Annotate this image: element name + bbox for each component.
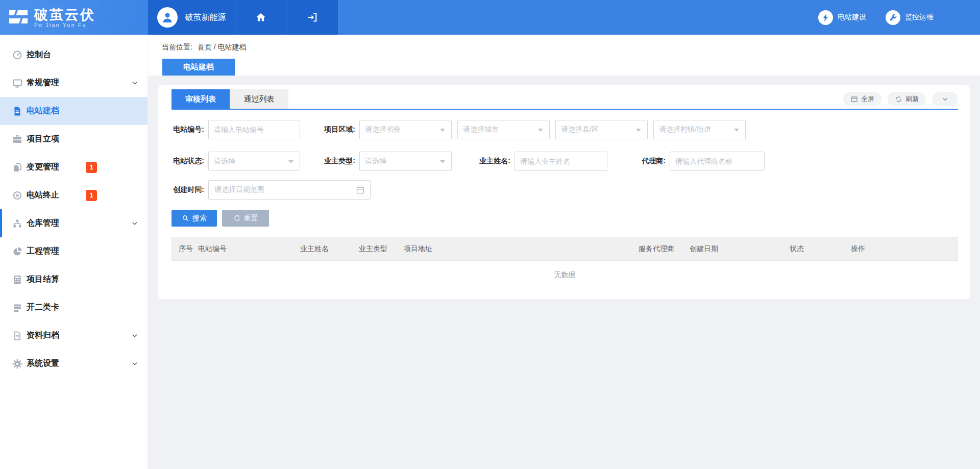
refresh-icon: [895, 95, 902, 103]
company-name: 破茧新能源: [185, 12, 226, 23]
sidebar-item-label: 项目结算: [27, 274, 59, 285]
nav-station-construction[interactable]: 电站建设: [818, 10, 866, 25]
sidebar-item-label: 变更管理: [27, 162, 59, 172]
region-select-province[interactable]: 请选择省份: [359, 120, 452, 139]
agent-label: 代理商:: [634, 157, 670, 166]
region-label: 项目区域:: [322, 125, 359, 134]
tab-passed-list[interactable]: 通过列表: [230, 89, 288, 109]
table-column-header: 业主姓名: [300, 244, 359, 254]
lightning-icon: [821, 13, 830, 22]
tab-review-list[interactable]: 审核列表: [172, 89, 230, 109]
owner-type-select[interactable]: 请选择: [359, 152, 452, 171]
sidebar-item-label: 开二类卡: [27, 302, 59, 313]
sidebar-item-settlement[interactable]: 项目结算: [0, 265, 148, 293]
sidebar-item-warehouse[interactable]: 仓库管理: [0, 209, 148, 237]
breadcrumb: 当前位置: 首页 / 电站建档: [148, 35, 980, 52]
reset-icon: [233, 214, 241, 222]
sidebar-item-label: 项目立项: [27, 134, 59, 144]
sidebar-item-label: 电站建档: [27, 106, 59, 116]
list-tabs: 审核列表通过列表: [172, 89, 958, 110]
chevron-down-icon: [131, 360, 138, 367]
count-badge: 1: [86, 190, 97, 201]
pie-icon: [12, 246, 22, 257]
wrench-icon: [889, 13, 897, 22]
user-menu[interactable]: 破茧新能源: [148, 0, 235, 35]
briefcase-icon: [12, 134, 22, 144]
table-header: 序号电站编号业主姓名业主类型项目地址服务代理商创建日期状态操作: [172, 237, 958, 261]
sidebar-item-change[interactable]: 变更管理 1: [0, 153, 148, 181]
sidebar-item-label: 电站终止: [27, 190, 59, 201]
search-icon: [182, 214, 189, 222]
list-panel: 审核列表通过列表 全屏 刷新: [158, 85, 970, 299]
sidebar-item-station-file[interactable]: 电站建档: [0, 97, 148, 125]
sidebar-item-card[interactable]: 开二类卡: [0, 293, 148, 322]
page-tab-station-file[interactable]: 电站建档: [162, 59, 235, 76]
count-badge: 1: [86, 162, 97, 173]
status-select[interactable]: 请选择: [208, 152, 300, 171]
table-column-header: 状态: [790, 244, 851, 254]
calculator-icon: [12, 275, 22, 285]
date-range-input[interactable]: 请选择日期范围: [208, 180, 371, 200]
region-select-city[interactable]: 请选择城市: [457, 120, 550, 139]
sidebar-item-label: 系统设置: [27, 358, 59, 369]
agent-input[interactable]: [670, 152, 765, 171]
nav-monitoring-ops[interactable]: 监控运维: [886, 10, 934, 25]
target-icon: [12, 190, 22, 201]
refresh-button[interactable]: 刷新: [888, 92, 926, 106]
search-button[interactable]: 搜索: [172, 210, 217, 227]
sidebar-item-label: 控制台: [27, 50, 51, 60]
owner-name-input[interactable]: [514, 152, 607, 171]
owner-name-label: 业主姓名:: [475, 157, 514, 166]
gear-icon: [12, 359, 22, 369]
sidebar-item-project-init[interactable]: 项目立项: [0, 125, 148, 153]
signin-button[interactable]: [286, 0, 338, 35]
sidebar-item-engineering[interactable]: 工程管理: [0, 237, 148, 265]
brand-logo[interactable]: 破茧云伏 Po Jian Yun Fu: [0, 0, 148, 35]
region-select-town[interactable]: 请选择村镇/街道: [653, 120, 746, 139]
breadcrumb-path[interactable]: 首页 / 电站建档: [198, 43, 247, 51]
table-column-header: 操作: [851, 244, 958, 254]
sidebar-item-settings[interactable]: 系统设置: [0, 350, 148, 378]
dashboard-icon: [12, 50, 22, 60]
doc-icon: [12, 331, 22, 341]
sidebar-item-label: 常规管理: [27, 78, 59, 88]
sidebar-item-archive[interactable]: 资料归档: [0, 322, 148, 350]
table-column-header: 创建日期: [690, 244, 790, 254]
empty-state: 无数据: [172, 261, 958, 280]
brand-subtitle: Po Jian Yun Fu: [34, 22, 95, 28]
owner-type-label: 业主类型:: [322, 157, 359, 166]
cards-icon: [12, 303, 22, 313]
user-icon: [161, 11, 174, 24]
pages-icon: [12, 162, 22, 172]
created-label: 创建时间:: [172, 185, 208, 194]
brand-title: 破茧云伏: [34, 7, 95, 22]
sidebar-item-label: 工程管理: [27, 246, 59, 257]
avatar: [157, 7, 178, 28]
collapse-button[interactable]: [932, 92, 958, 106]
file-icon: [12, 106, 22, 116]
chevron-down-icon: [131, 220, 138, 227]
calendar-icon: [356, 185, 365, 194]
chevron-down-icon: [941, 95, 949, 103]
chevron-down-icon: [131, 332, 138, 339]
sidebar-item-terminate[interactable]: 电站终止 1: [0, 181, 148, 209]
sidebar-item-console[interactable]: 控制台: [0, 41, 148, 69]
monitor-icon: [12, 78, 22, 88]
table-column-header: 项目地址: [404, 244, 639, 254]
sidebar-menu: 控制台 常规管理 电站建档 项目立项 变更管理 1 电站终止 1 仓库管理 工程…: [0, 35, 148, 469]
fullscreen-button[interactable]: 全屏: [843, 92, 881, 106]
brand-logo-icon: [7, 6, 30, 29]
table-column-header: 业主类型: [359, 244, 404, 254]
station-no-label: 电站编号:: [172, 125, 208, 134]
reset-button[interactable]: 重置: [222, 210, 269, 227]
table-column-header: 服务代理商: [639, 244, 690, 254]
region-select-county[interactable]: 请选择县/区: [555, 120, 648, 139]
home-button[interactable]: [235, 0, 286, 35]
status-label: 电站状态:: [172, 157, 208, 166]
main-content: 当前位置: 首页 / 电站建档 电站建档 审核列表通过列表 全屏: [148, 35, 980, 469]
station-no-input[interactable]: [208, 120, 300, 139]
sidebar-item-general[interactable]: 常规管理: [0, 69, 148, 97]
top-header: 破茧云伏 Po Jian Yun Fu 破茧新能源: [0, 0, 980, 35]
window-icon: [850, 95, 858, 103]
sidebar-item-label: 仓库管理: [27, 218, 59, 229]
